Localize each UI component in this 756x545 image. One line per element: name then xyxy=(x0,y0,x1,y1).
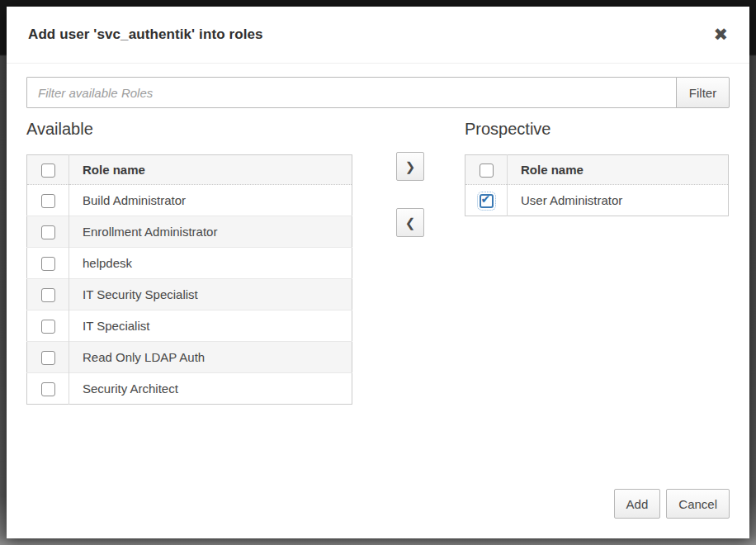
table-row: helpdesk xyxy=(27,248,352,279)
role-name: helpdesk xyxy=(69,248,352,279)
close-icon[interactable]: ✖ xyxy=(713,26,728,44)
chevron-right-icon: ❯ xyxy=(405,159,416,174)
dialog-title: Add user 'svc_authentik' into roles xyxy=(28,26,263,43)
dialog-footer: Add Cancel xyxy=(614,489,730,519)
row-checkbox[interactable] xyxy=(41,257,55,271)
available-roles-table: Role name Build AdministratorEnrollment … xyxy=(26,154,352,405)
row-checkbox[interactable] xyxy=(41,351,55,365)
filter-button[interactable]: Filter xyxy=(676,77,730,108)
checkbox-cell xyxy=(465,185,508,216)
row-checkbox[interactable] xyxy=(41,320,55,334)
available-heading: Available xyxy=(26,120,93,139)
table-row: Build Administrator xyxy=(27,185,352,216)
select-all-checkbox[interactable] xyxy=(41,164,55,178)
column-header-role-name: Role name xyxy=(69,155,352,185)
dialog-header: Add user 'svc_authentik' into roles ✖ xyxy=(7,7,749,64)
role-name: Enrollment Administrator xyxy=(69,216,352,248)
row-checkbox-checked[interactable] xyxy=(480,194,494,208)
checkbox-cell xyxy=(27,373,69,405)
checkbox-cell xyxy=(27,248,69,279)
filter-group: Filter xyxy=(26,77,730,108)
table-header-row: Role name xyxy=(465,155,729,185)
filter-input[interactable] xyxy=(26,77,677,108)
role-name: Security Architect xyxy=(69,373,352,405)
table-row: Read Only LDAP Auth xyxy=(27,342,352,373)
role-name: IT Security Specialist xyxy=(69,279,352,310)
table-row: IT Specialist xyxy=(27,310,352,342)
row-checkbox[interactable] xyxy=(41,225,55,239)
column-header-role-name: Role name xyxy=(508,155,729,185)
move-to-available-button[interactable]: ❮ xyxy=(396,208,424,237)
table-row: Enrollment Administrator xyxy=(27,216,352,248)
role-name: User Administrator xyxy=(508,185,729,216)
select-all-cell xyxy=(465,155,508,185)
prospective-heading: Prospective xyxy=(465,120,551,139)
checkbox-cell xyxy=(27,185,69,216)
role-name: Read Only LDAP Auth xyxy=(69,342,352,373)
chevron-left-icon: ❮ xyxy=(405,216,416,230)
select-all-cell xyxy=(27,155,69,185)
row-checkbox[interactable] xyxy=(41,288,55,302)
table-row: Security Architect xyxy=(27,373,352,405)
select-all-checkbox[interactable] xyxy=(480,164,494,178)
add-roles-dialog: Add user 'svc_authentik' into roles ✖ Fi… xyxy=(7,7,749,538)
checkbox-cell xyxy=(27,342,69,373)
role-name: Build Administrator xyxy=(69,185,352,216)
table-row: User Administrator xyxy=(465,185,729,216)
move-to-prospective-button[interactable]: ❯ xyxy=(396,152,424,181)
checkbox-cell xyxy=(27,310,69,342)
role-name: IT Specialist xyxy=(69,310,352,342)
checkbox-cell xyxy=(27,216,69,248)
row-checkbox[interactable] xyxy=(41,382,55,396)
checkbox-cell xyxy=(27,279,69,310)
table-row: IT Security Specialist xyxy=(27,279,352,310)
row-checkbox[interactable] xyxy=(41,194,55,208)
prospective-roles-table: Role name User Administrator xyxy=(465,154,729,216)
table-header-row: Role name xyxy=(27,155,352,185)
cancel-button[interactable]: Cancel xyxy=(666,489,730,519)
add-button[interactable]: Add xyxy=(614,489,661,519)
